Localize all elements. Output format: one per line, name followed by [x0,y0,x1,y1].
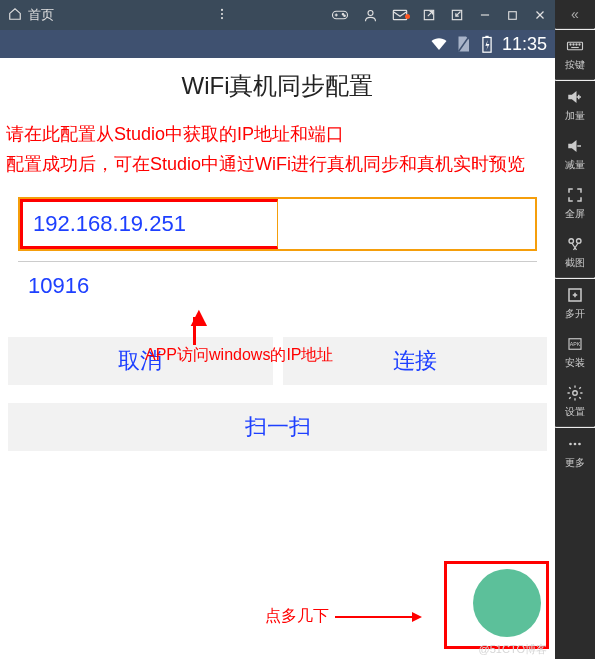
annotation-tap-hint: 点多几下 [265,606,420,627]
close-icon[interactable] [533,8,547,22]
svg-point-35 [573,391,578,396]
battery-icon [478,35,496,53]
svg-point-8 [368,10,373,15]
svg-point-7 [344,15,346,17]
sidebar-item-settings[interactable]: 设置 [555,377,595,426]
svg-rect-18 [485,36,488,38]
sidebar-item-multi[interactable]: 多开 [555,279,595,328]
ip-input-row: 192.168.19.251 [18,197,537,251]
sidebar-item-volume-up[interactable]: 加量 [555,81,595,130]
sidebar-item-fullscreen[interactable]: 全屏 [555,179,595,228]
wifi-icon [430,35,448,53]
gamepad-icon[interactable] [331,8,349,22]
svg-point-21 [573,44,574,45]
annotation-arrow-right [335,616,420,618]
ip-input-secondary[interactable] [278,199,536,249]
svg-point-1 [221,12,223,14]
collapse-sidebar-icon[interactable]: « [555,0,595,28]
scan-button[interactable]: 扫一扫 [8,403,547,451]
svg-point-2 [221,17,223,19]
svg-point-28 [569,239,574,244]
sidebar-item-keys[interactable]: 按键 [555,30,595,79]
popin-icon[interactable] [450,8,464,22]
floating-action-button[interactable] [473,569,541,637]
svg-rect-19 [568,42,583,50]
status-time: 11:35 [502,34,547,55]
port-input[interactable]: 10916 [18,261,537,309]
minimize-icon[interactable] [478,8,492,22]
android-statusbar: 11:35 [0,30,555,58]
emulator-screen: 首页 11 [0,0,555,659]
home-label[interactable]: 首页 [28,6,54,24]
svg-point-20 [570,44,571,45]
page-title: WiFi真机同步配置 [0,58,555,114]
svg-point-22 [576,44,577,45]
sim-icon [454,35,472,53]
sidebar-item-volume-down[interactable]: 减量 [555,130,595,179]
svg-rect-13 [509,11,517,19]
svg-point-37 [574,443,577,446]
emulator-titlebar: 首页 [0,0,555,30]
popout-icon[interactable] [422,8,436,22]
annotation-ip-hint: APP访问windows的IP地址 [145,345,334,366]
mail-icon[interactable] [392,8,408,22]
emulator-sidebar: « 按键 加量 减量 全屏 截图 多开 APK 安装 [555,0,595,659]
sidebar-item-screenshot[interactable]: 截图 [555,228,595,277]
titlebar-right-icons [331,8,547,23]
maximize-icon[interactable] [506,9,519,22]
annotation-arrow-up: ▲ [185,303,213,331]
instructions-text: 请在此配置从Studio中获取的IP地址和端口 配置成功后，可在Studio中通… [0,114,555,185]
watermark: @51CTO博客 [479,642,547,657]
svg-text:APK: APK [570,341,581,347]
sidebar-item-apk[interactable]: APK 安装 [555,328,595,377]
svg-point-23 [579,44,580,45]
svg-point-36 [569,443,572,446]
svg-point-29 [577,239,582,244]
user-icon[interactable] [363,8,378,23]
sidebar-item-more[interactable]: 更多 [555,428,595,477]
svg-point-0 [221,8,223,10]
kebab-menu-icon[interactable] [215,7,229,24]
home-icon[interactable] [8,7,22,24]
svg-point-6 [342,14,344,16]
svg-point-38 [578,443,581,446]
ip-input[interactable]: 192.168.19.251 [20,199,278,249]
